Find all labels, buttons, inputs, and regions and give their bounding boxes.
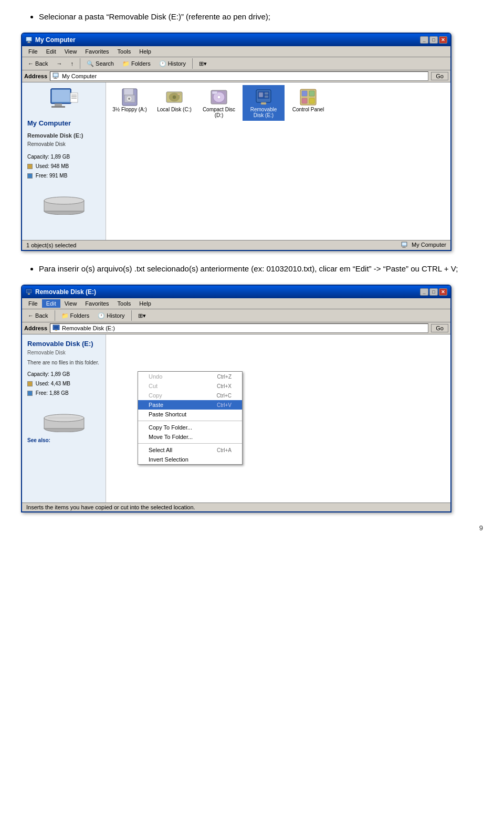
menu-favorites[interactable]: Favorites bbox=[81, 47, 113, 56]
titlebar2-left: Removable Disk (E:) bbox=[25, 288, 96, 296]
close-btn-2[interactable]: ✕ bbox=[439, 288, 447, 296]
svg-rect-10 bbox=[55, 103, 62, 106]
menu2-tools[interactable]: Tools bbox=[113, 299, 135, 308]
go-btn-2[interactable]: Go bbox=[431, 324, 448, 332]
maximize-btn-2[interactable]: □ bbox=[429, 288, 438, 296]
sidebar-computer-icon bbox=[27, 88, 100, 114]
window2-controls[interactable]: _ □ ✕ bbox=[420, 288, 447, 296]
svg-rect-6 bbox=[55, 77, 56, 78]
free2-box-icon bbox=[27, 391, 33, 396]
svg-rect-36 bbox=[265, 96, 268, 98]
ctx-undo[interactable]: Undo Ctrl+Z bbox=[138, 372, 242, 381]
svg-rect-2 bbox=[28, 41, 30, 43]
window2-content: Undo Ctrl+Z Cut Ctrl+X Copy Ctrl+C Paste… bbox=[106, 334, 450, 503]
used2-box-icon bbox=[27, 381, 33, 386]
svg-rect-44 bbox=[402, 243, 406, 245]
history-btn[interactable]: 🕐 History bbox=[155, 59, 190, 69]
svg-point-30 bbox=[217, 96, 220, 99]
svg-rect-49 bbox=[28, 294, 30, 295]
titlebar-left: My Computer bbox=[25, 36, 76, 44]
ctx-invert[interactable]: Invert Selection bbox=[138, 455, 242, 464]
address-field-2[interactable]: Removable Disk (E:) bbox=[50, 323, 428, 333]
menu2-favorites[interactable]: Favorites bbox=[81, 299, 113, 308]
menu-edit[interactable]: Edit bbox=[42, 47, 60, 56]
minimize-btn-2[interactable]: _ bbox=[420, 288, 428, 296]
svg-rect-46 bbox=[402, 247, 406, 248]
svg-point-23 bbox=[128, 98, 130, 100]
views-btn-2[interactable]: ⊞▾ bbox=[134, 311, 150, 321]
close-btn[interactable]: ✕ bbox=[439, 36, 447, 44]
svg-rect-27 bbox=[177, 93, 181, 95]
sidebar2-there: There are no files in this folder. bbox=[27, 360, 100, 365]
forward-btn[interactable]: → bbox=[53, 59, 66, 68]
ctx-paste-shortcut[interactable]: Paste Shortcut bbox=[138, 410, 242, 419]
maximize-btn[interactable]: □ bbox=[429, 36, 438, 44]
menu2-view[interactable]: View bbox=[60, 299, 81, 308]
menu2-edit[interactable]: Edit bbox=[42, 299, 60, 308]
folders-btn-2[interactable]: 📁 Folders bbox=[58, 311, 93, 321]
statusbar-computer-icon bbox=[401, 242, 408, 249]
drive-floppy[interactable]: 3½ Floppy (A:) bbox=[109, 85, 151, 121]
svg-rect-51 bbox=[54, 326, 58, 329]
address-computer-icon bbox=[52, 72, 60, 80]
svg-rect-37 bbox=[261, 102, 266, 104]
free-box-icon bbox=[27, 173, 33, 179]
window1-content: 3½ Floppy (A:) Local Disk (C:) bbox=[106, 82, 450, 240]
drive-hdd[interactable]: Local Disk (C:) bbox=[153, 85, 195, 121]
menu-help[interactable]: Help bbox=[135, 47, 155, 56]
status-right-1: My Computer bbox=[401, 242, 446, 249]
menu-view[interactable]: View bbox=[60, 47, 81, 56]
svg-rect-40 bbox=[309, 91, 314, 96]
svg-rect-3 bbox=[27, 43, 31, 43]
window2-body: Removable Disk (E:) Removable Disk There… bbox=[22, 334, 450, 503]
ctx-sep2 bbox=[138, 443, 242, 444]
drive-cdrom[interactable]: Compact Disc (D:) bbox=[198, 85, 240, 121]
toolbar-sep1 bbox=[80, 58, 80, 69]
sidebar2-see-also: See also: bbox=[27, 437, 100, 443]
window1-controls[interactable]: _ □ ✕ bbox=[420, 36, 447, 44]
ctx-cut[interactable]: Cut Ctrl+X bbox=[138, 381, 242, 391]
address-field-1[interactable]: My Computer bbox=[50, 71, 428, 81]
window2-title: Removable Disk (E:) bbox=[35, 288, 96, 296]
drive-usb[interactable]: Removable Disk (E:) bbox=[243, 85, 285, 121]
ctx-move-to[interactable]: Move To Folder... bbox=[138, 432, 242, 442]
folders-btn[interactable]: 📁 Folders bbox=[119, 59, 154, 69]
back-btn-2[interactable]: ← Back bbox=[24, 311, 52, 320]
search-btn[interactable]: 🔍 Search bbox=[83, 59, 118, 69]
svg-rect-1 bbox=[27, 37, 31, 40]
window2-sidebar: Removable Disk (E:) Removable Disk There… bbox=[22, 334, 106, 503]
go-btn-1[interactable]: Go bbox=[431, 72, 448, 80]
views-btn[interactable]: ⊞▾ bbox=[195, 59, 211, 69]
up-btn[interactable]: ↑ bbox=[67, 59, 78, 68]
drive-panel[interactable]: Control Panel bbox=[287, 85, 329, 121]
menu2-file[interactable]: File bbox=[24, 299, 42, 308]
ctx-sep1 bbox=[138, 421, 242, 421]
menu2-help[interactable]: Help bbox=[135, 299, 155, 308]
svg-rect-5 bbox=[54, 74, 58, 76]
hdd-icon bbox=[165, 88, 184, 107]
ctx-copy-to[interactable]: Copy To Folder... bbox=[138, 423, 242, 432]
titlebar-2: Removable Disk (E:) _ □ ✕ bbox=[22, 286, 450, 298]
back-btn[interactable]: ← Back bbox=[24, 59, 52, 68]
svg-rect-12 bbox=[70, 93, 78, 102]
disk-3d-icon bbox=[40, 191, 88, 215]
svg-rect-41 bbox=[302, 98, 307, 103]
page-number: 9 bbox=[21, 524, 483, 532]
window1-sidebar: My Computer Removable Disk (E:) Removabl… bbox=[22, 82, 106, 240]
svg-rect-7 bbox=[54, 78, 57, 79]
ctx-paste[interactable]: Paste Ctrl+V bbox=[138, 400, 242, 410]
sidebar-disk-info: Removable Disk (E:) Removable Disk bbox=[27, 131, 100, 148]
ctx-copy[interactable]: Copy Ctrl+C bbox=[138, 391, 242, 400]
sidebar2-title: Removable Disk (E:) bbox=[27, 340, 100, 348]
menu-file[interactable]: File bbox=[24, 47, 42, 56]
svg-rect-34 bbox=[259, 92, 263, 97]
ctx-select-all[interactable]: Select All Ctrl+A bbox=[138, 445, 242, 455]
bullet-1-text: Selecionar a pasta “Removable Disk (E:)”… bbox=[21, 11, 483, 23]
svg-point-26 bbox=[173, 96, 176, 99]
history-btn-2[interactable]: 🕐 History bbox=[94, 311, 128, 321]
floppy-label: 3½ Floppy (A:) bbox=[112, 107, 147, 112]
svg-rect-11 bbox=[51, 106, 65, 108]
menu-tools[interactable]: Tools bbox=[113, 47, 135, 56]
svg-point-18 bbox=[44, 197, 84, 204]
minimize-btn[interactable]: _ bbox=[420, 36, 428, 44]
